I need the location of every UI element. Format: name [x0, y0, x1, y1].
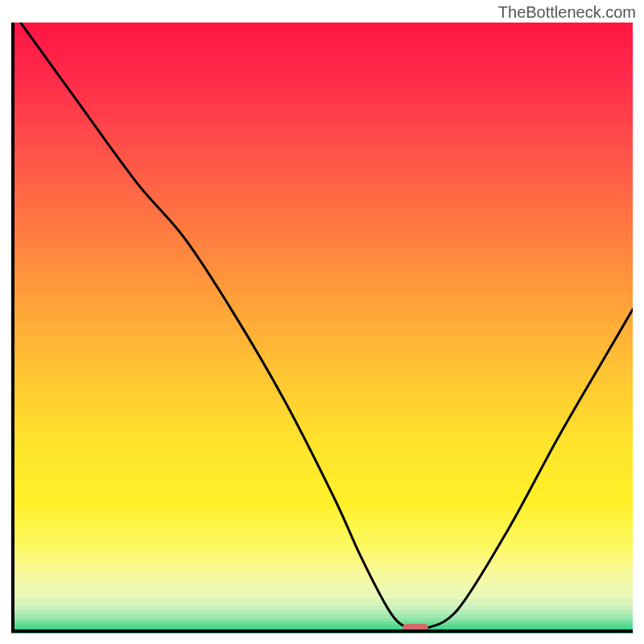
bottleneck-marker [402, 624, 428, 632]
watermark-text: TheBottleneck.com [498, 3, 636, 22]
plot-area [11, 23, 633, 633]
chart-container: TheBottleneck.com [0, 0, 644, 644]
bottleneck-curve [11, 23, 633, 633]
